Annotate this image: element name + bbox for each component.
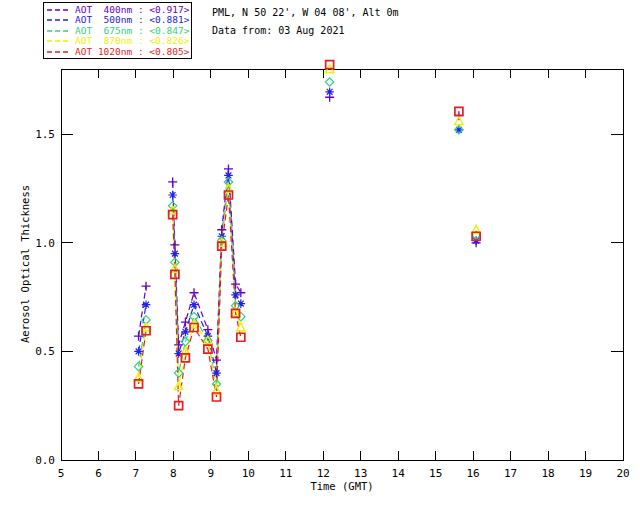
x-tick-label: 16 bbox=[467, 467, 480, 480]
x-tick-label: 9 bbox=[208, 467, 215, 480]
plot-area: 5678910111213141516171819200.00.51.01.5T… bbox=[0, 0, 640, 512]
y-tick-label: 0.0 bbox=[35, 454, 55, 467]
x-tick-label: 20 bbox=[616, 467, 629, 480]
legend-label: AOT 675nm : <0.847> bbox=[75, 26, 189, 36]
legend-line-sample bbox=[47, 50, 71, 54]
square-marker bbox=[237, 333, 245, 341]
triangle-marker bbox=[455, 117, 463, 125]
legend-line-sample bbox=[47, 39, 71, 43]
legend-item-500nm: AOT 500nm : <0.881> bbox=[47, 15, 191, 25]
plus-marker bbox=[142, 282, 151, 291]
x-tick-label: 13 bbox=[354, 467, 367, 480]
legend-line-sample bbox=[47, 18, 71, 22]
x-tick-label: 11 bbox=[279, 467, 292, 480]
legend-item-675nm: AOT 675nm : <0.847> bbox=[47, 26, 191, 36]
x-tick-label: 6 bbox=[95, 467, 102, 480]
x-tick-label: 12 bbox=[317, 467, 330, 480]
legend-line-sample bbox=[47, 29, 71, 33]
x-tick-label: 14 bbox=[392, 467, 406, 480]
x-tick-label: 5 bbox=[58, 467, 65, 480]
plus-marker bbox=[170, 240, 179, 249]
x-tick-label: 10 bbox=[242, 467, 255, 480]
diamond-marker bbox=[325, 78, 333, 86]
series-line-500nm bbox=[139, 175, 477, 373]
y-tick-label: 1.0 bbox=[35, 237, 55, 250]
y-tick-label: 1.5 bbox=[35, 128, 55, 141]
legend-label: AOT 400nm : <0.917> bbox=[75, 5, 189, 15]
asterisk-marker bbox=[325, 88, 334, 97]
series-markers-500nm bbox=[134, 88, 480, 378]
x-tick-label: 19 bbox=[579, 467, 592, 480]
x-tick-label: 17 bbox=[504, 467, 517, 480]
plus-marker bbox=[181, 318, 190, 327]
y-axis-title: Aerosol Optical Thickness bbox=[19, 185, 31, 343]
plus-marker bbox=[168, 177, 177, 186]
plot-frame bbox=[61, 69, 623, 460]
plus-marker bbox=[212, 356, 221, 365]
asterisk-marker bbox=[181, 328, 190, 337]
legend: AOT 400nm : <0.917>AOT 500nm : <0.881>AO… bbox=[43, 2, 192, 59]
x-axis-title: Time (GMT) bbox=[310, 480, 373, 492]
asterisk-marker bbox=[168, 191, 177, 200]
aot-time-series-plot: AOT 400nm : <0.917>AOT 500nm : <0.881>AO… bbox=[0, 0, 640, 512]
asterisk-marker bbox=[190, 300, 199, 309]
plus-marker bbox=[231, 280, 240, 289]
legend-label: AOT 1020nm : <0.805> bbox=[75, 47, 189, 57]
series-line-1020nm bbox=[139, 195, 477, 406]
site-info-line: PML, N 50 22', W 04 08', Alt 0m bbox=[212, 7, 399, 18]
legend-line-sample bbox=[47, 8, 71, 12]
y-tick-label: 0.5 bbox=[35, 345, 55, 358]
legend-item-870nm: AOT 870nm : <0.826> bbox=[47, 36, 191, 46]
legend-item-1020nm: AOT 1020nm : <0.805> bbox=[47, 47, 191, 57]
series-markers-400nm bbox=[134, 93, 481, 365]
legend-label: AOT 500nm : <0.881> bbox=[75, 15, 189, 25]
asterisk-marker bbox=[171, 249, 180, 258]
x-tick-label: 15 bbox=[429, 467, 442, 480]
series-markers-675nm bbox=[134, 78, 480, 388]
plus-marker bbox=[190, 288, 199, 297]
x-tick-label: 8 bbox=[170, 467, 177, 480]
asterisk-marker bbox=[455, 126, 464, 135]
legend-item-400nm: AOT 400nm : <0.917> bbox=[47, 5, 191, 15]
series-markers-1020nm bbox=[135, 61, 481, 410]
x-tick-label: 18 bbox=[541, 467, 554, 480]
date-info-line: Data from: 03 Aug 2021 bbox=[212, 25, 344, 36]
x-tick-label: 7 bbox=[133, 467, 140, 480]
legend-label: AOT 870nm : <0.826> bbox=[75, 36, 189, 46]
asterisk-marker bbox=[231, 291, 240, 300]
